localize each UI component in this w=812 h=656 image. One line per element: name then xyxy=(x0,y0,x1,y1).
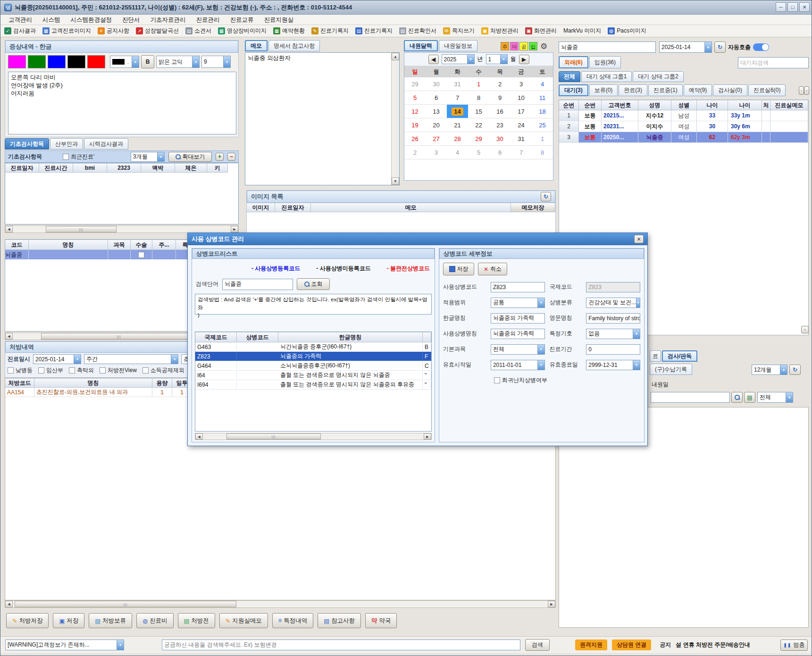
calendar-day-29[interactable]: 29 xyxy=(468,132,489,146)
code-row-G463[interactable]: G463뇌간뇌졸중 증후군(I60-I67†)B xyxy=(195,342,431,352)
shift-select[interactable]: 주간▼ xyxy=(84,354,178,364)
toolbar-list[interactable]: ≡공지사항 xyxy=(98,27,129,35)
calendar-day-8[interactable]: 8 xyxy=(532,146,553,159)
tab-type-0[interactable]: 외래(6) xyxy=(559,56,588,68)
scroll-left-icon[interactable]: ◄ xyxy=(5,226,13,233)
tab-group-2[interactable]: 대기 상태 그룹2 xyxy=(633,71,683,82)
code-row-Z823[interactable]: Z823뇌졸중의 가족력F xyxy=(195,352,431,361)
calendar-day-4[interactable]: 4 xyxy=(447,146,468,159)
scroll-right-icon[interactable]: ► xyxy=(424,433,431,440)
tab-exam-2[interactable]: 시력검사결과 xyxy=(84,138,128,149)
close-button[interactable]: ✕ xyxy=(799,2,810,12)
tab-memo-0[interactable]: 메모 xyxy=(245,40,268,51)
calendar-legend-3[interactable]: 입 xyxy=(529,42,537,50)
bottom-button-7[interactable]: ▤참고사항 xyxy=(318,613,361,628)
calendar-day-19[interactable]: 19 xyxy=(404,118,426,132)
detail-field-4-2[interactable]: 0 xyxy=(586,344,640,355)
color-swatch-4[interactable] xyxy=(87,55,105,68)
toolbar-film[interactable]: ▦영상장비이미지 xyxy=(218,27,267,35)
surgery-checkbox[interactable] xyxy=(138,252,144,258)
calendar-day-28[interactable]: 28 xyxy=(447,132,468,146)
symptoms-text-area[interactable]: 오른쪽 다리 마비 언어장애 발생 (2주) 어지러움 xyxy=(8,72,236,134)
scroll-left-icon[interactable]: ◄ xyxy=(5,601,13,607)
toolbar-growth-chart[interactable]: ↗성장발달곡선 xyxy=(136,27,179,35)
patient-row[interactable]: 1보통20215...지수12남성3333y 1m xyxy=(559,110,808,121)
calendar-day-31[interactable]: 31 xyxy=(511,132,532,146)
bottom-button-8[interactable]: 약약국 xyxy=(365,613,397,628)
calendar-day-1[interactable]: 1 xyxy=(468,77,489,91)
text-color-select[interactable]: .▼ xyxy=(110,56,139,68)
calendar-day-16[interactable]: 16 xyxy=(489,105,511,118)
scroll-down-icon[interactable]: ▼ xyxy=(392,177,399,185)
tab-scroll-left-icon[interactable]: ‹ xyxy=(799,86,804,95)
calendar-legend-1[interactable]: 야 xyxy=(510,42,519,50)
detail-field-5-1[interactable]: 2011-01-01▼ xyxy=(491,360,545,370)
refresh-button[interactable]: ↻ xyxy=(541,192,551,201)
detail-field-3-2[interactable]: 없음▼ xyxy=(586,329,640,339)
calendar-day-14[interactable]: 14 xyxy=(447,105,468,118)
toolbar-clipboard[interactable]: ✓검사결과 xyxy=(4,27,36,35)
calendar-day-20[interactable]: 20 xyxy=(426,118,447,132)
calendar-day-6[interactable]: 6 xyxy=(489,146,511,159)
add-button[interactable]: + xyxy=(216,153,224,161)
detail-field-3-1[interactable]: 뇌졸중의 가족력 xyxy=(491,329,545,339)
detail-field-2-2[interactable]: Family history of strok xyxy=(586,313,640,324)
calendar-day-3[interactable]: 3 xyxy=(426,146,447,159)
calendar-day-23[interactable]: 23 xyxy=(489,118,511,132)
rare-disease-checkbox[interactable]: 희귀난치상병여부 xyxy=(494,376,547,384)
code-table-scrollbar[interactable]: ◄ ||| ► xyxy=(195,433,432,440)
panel-scroll-right-icon[interactable]: › xyxy=(801,326,809,333)
calendar-day-25[interactable]: 25 xyxy=(532,118,553,132)
toolbar-note2[interactable]: ▤진료기록지 xyxy=(355,27,393,35)
tab-status-6[interactable]: 진료실6(0) xyxy=(748,84,786,96)
menu-item-4[interactable]: 기초자료관리 xyxy=(145,15,191,25)
calendar-day-26[interactable]: 26 xyxy=(404,132,426,146)
waiting-search-input[interactable]: 대기자검색 xyxy=(738,57,809,68)
tab-exam-1[interactable]: 산부인과 xyxy=(50,138,83,149)
calendar-day-1[interactable]: 1 xyxy=(532,132,553,146)
detail-field-1-2[interactable]: 건강상태 및 보건...▼ xyxy=(586,298,640,308)
font-size-select[interactable]: 9▼ xyxy=(201,56,231,68)
detail-field-2-1[interactable]: 뇌졸중의 가족력 xyxy=(491,313,545,324)
calendar-day-24[interactable]: 24 xyxy=(511,118,532,132)
calendar-day-5[interactable]: 5 xyxy=(404,91,426,105)
tab-status-3[interactable]: 진료중(1) xyxy=(648,84,683,96)
menu-item-0[interactable]: 고객관리 xyxy=(3,15,37,25)
record-search-button[interactable] xyxy=(731,392,743,403)
tab-exam-report[interactable]: 검사/판독 xyxy=(662,350,697,362)
tab-scroll-right-icon[interactable]: › xyxy=(804,86,809,95)
calendar-day-3[interactable]: 3 xyxy=(511,77,532,91)
calendar-legend-2[interactable]: 공 xyxy=(519,42,528,50)
record-search-input[interactable] xyxy=(651,392,730,403)
calendar-day-18[interactable]: 18 xyxy=(532,105,553,118)
image-col-3[interactable]: 메모저장 xyxy=(511,203,555,212)
toolbar-note[interactable]: ✎진료기록지 xyxy=(311,27,349,35)
calendar-day-7[interactable]: 7 xyxy=(511,146,532,159)
calendar-day-6[interactable]: 6 xyxy=(426,91,447,105)
prev-month-icon[interactable]: ◀ xyxy=(428,55,439,64)
toolbar-calendar[interactable]: ▦예약현황 xyxy=(273,27,305,35)
memo-text-area[interactable]: 뇌졸중 의삼환자 ▲ ▼ xyxy=(245,52,400,185)
rx-option-2[interactable]: 촉탁의 xyxy=(69,366,94,374)
zoom-view-button[interactable]: 확대보기 xyxy=(168,152,212,162)
patient-search-input[interactable]: 뇌졸중 xyxy=(559,42,656,53)
scroll-left-icon[interactable]: ◄ xyxy=(5,333,13,340)
bottom-button-0[interactable]: ✎처방저장 xyxy=(6,613,49,628)
calendar-day-2[interactable]: 2 xyxy=(404,146,426,159)
code-row-G464[interactable]: G464소뇌뇌졸중증후군(I60-I67†)C xyxy=(195,361,431,371)
next-month-icon[interactable]: ▶ xyxy=(519,55,529,64)
calendar-day-5[interactable]: 5 xyxy=(468,146,489,159)
rx-option-1[interactable]: 임산부 xyxy=(38,366,63,374)
calendar-day-21[interactable]: 21 xyxy=(447,118,468,132)
tab-memo-1[interactable]: 명세서 참고사항 xyxy=(268,40,320,51)
calendar-day-27[interactable]: 27 xyxy=(426,132,447,146)
code-row-I694[interactable]: I694출혈 또는 경색증으로 명시되지 않은 뇌졸중의 후유증" xyxy=(195,380,431,390)
calendar-day-29[interactable]: 29 xyxy=(404,77,426,91)
scroll-up-icon[interactable]: ▲ xyxy=(392,53,399,60)
calendar-day-4[interactable]: 4 xyxy=(532,77,553,91)
detail-field-5-2[interactable]: 2999-12-31▼ xyxy=(586,360,640,370)
year-select[interactable]: 2025▼ xyxy=(442,54,475,64)
code-search-input[interactable]: 뇌졸중 xyxy=(222,279,293,290)
calendar-day-30[interactable]: 30 xyxy=(489,132,511,146)
calendar-day-13[interactable]: 13 xyxy=(426,105,447,118)
